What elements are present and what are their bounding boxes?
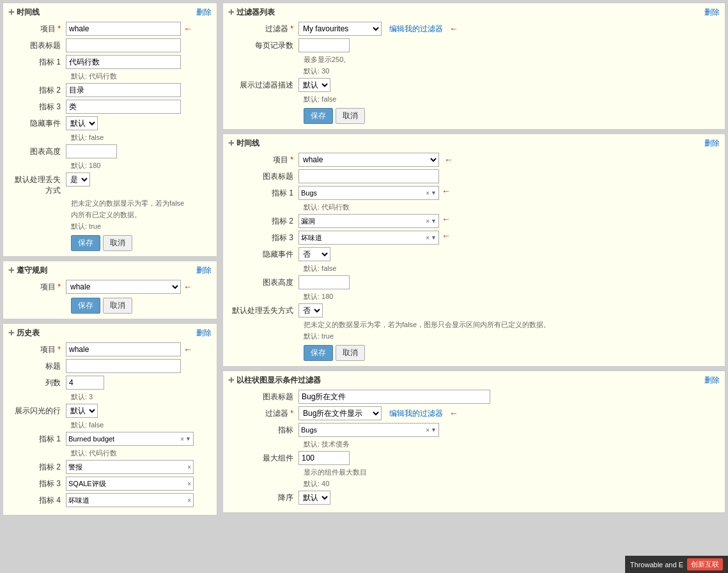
left-timeline-metric2-input[interactable] [66, 83, 181, 97]
right-filterlist-filter-select[interactable]: My favourites [298, 22, 382, 36]
right-filterlist-editfilter-link[interactable]: 编辑我的过滤器 [389, 24, 443, 34]
left-timeline-cancel-btn[interactable]: 取消 [103, 235, 132, 251]
right-timeline-hideevents-label: 隐藏事件 [228, 247, 298, 260]
left-history-columns-row: 列数 [8, 376, 212, 390]
left-timeline-metric2-label: 指标 2 [8, 83, 66, 96]
left-timeline-missing-select[interactable]: 是 否 [66, 172, 90, 187]
left-history-metric2-remove[interactable]: × [187, 464, 191, 471]
move-icon-history[interactable]: ✛ [8, 329, 14, 337]
move-icon[interactable]: ✛ [8, 8, 14, 17]
right-timeline-metric1-row: 指标 1 Bugs × ▼ ← [228, 186, 720, 200]
left-history-metric1-remove[interactable]: × [180, 436, 184, 443]
left-history-metric4-tag: 坏味道 [68, 496, 187, 505]
right-timeline-hideevents-select[interactable]: 否 默认 是 [298, 247, 330, 261]
left-history-delete[interactable]: 删除 [196, 328, 212, 339]
right-barchart-charttitle-input[interactable] [298, 390, 490, 404]
right-barchart-maxcomp-row: 最大组件 [228, 451, 720, 465]
right-filterlist-showdesc-select[interactable]: 默认 是 否 [298, 78, 330, 92]
right-timeline-charttitle-input[interactable] [298, 169, 439, 183]
left-compliance-project-select[interactable]: whale [66, 280, 181, 294]
right-filterlist-title: ✛ 过滤器列表 [228, 7, 275, 18]
right-barchart-filter-select[interactable]: Bug所在文件显示 [298, 406, 382, 420]
right-filterlist-buttons: 保存 取消 [304, 108, 720, 124]
left-compliance-save-btn[interactable]: 保存 [71, 298, 100, 314]
left-history-metric3-remove[interactable]: × [187, 480, 191, 487]
left-timeline-metric3-input[interactable] [66, 100, 181, 114]
right-barchart-metric-row: 指标 Bugs × ▼ [228, 423, 720, 437]
left-timeline-missing-label: 默认处理丢失方式 [8, 172, 66, 196]
left-timeline-metric1-hint: 默认: 代码行数 [71, 72, 212, 81]
left-timeline-missing-row: 默认处理丢失方式 是 否 [8, 172, 212, 196]
left-history-flash-hint: 默认: false [71, 420, 212, 430]
right-timeline-hideevents-hint: 默认: false [304, 264, 720, 273]
left-timeline-delete[interactable]: 删除 [196, 7, 212, 18]
left-history-title-row: 标题 [8, 359, 212, 373]
right-filterlist-delete[interactable]: 删除 [704, 7, 720, 18]
right-timeline-missing-select[interactable]: 否 是 [298, 303, 323, 317]
left-compliance-project-label: 项目 * [8, 280, 66, 293]
left-history-metric3-row: 指标 3 SQALE评级 × [8, 477, 212, 491]
left-history-metric4-remove[interactable]: × [187, 497, 191, 504]
left-timeline-hideevents-select[interactable]: 默认 是 否 [66, 116, 98, 130]
left-timeline-chartheight-input[interactable] [66, 144, 117, 158]
right-barchart-maxcomp-hint2: 默认: 40 [304, 479, 720, 489]
left-timeline-save-btn[interactable]: 保存 [71, 235, 100, 251]
right-filterlist-records-input[interactable] [298, 38, 350, 52]
left-history-metric1-arrow[interactable]: ▼ [185, 436, 191, 442]
right-timeline-metric1-remove[interactable]: × [426, 190, 430, 197]
left-timeline-charttitle-input[interactable] [66, 38, 181, 52]
left-history-flash-label: 展示闪光的行 [8, 404, 66, 416]
right-timeline-save-btn[interactable]: 保存 [304, 345, 333, 361]
left-timeline-metric1-input[interactable] [66, 55, 181, 69]
right-timeline-project-select[interactable]: whale [298, 153, 439, 167]
right-barchart-metric-remove[interactable]: × [426, 427, 430, 434]
move-icon-barchart[interactable]: ✛ [228, 376, 234, 385]
left-timeline-title: ✛ 时间线 [8, 7, 40, 18]
right-timeline-metric2-row: 指标 2 漏洞 × ▼ ← [228, 214, 720, 228]
right-barchart-metric-arrow[interactable]: ▼ [431, 427, 437, 433]
right-timeline-metric1-arrow[interactable]: ▼ [431, 190, 437, 196]
left-timeline-widget: ✛ 时间线 删除 项目 * ← 图表标题 指标 1 默认: 代码行数 [3, 3, 217, 257]
left-timeline-project-input[interactable] [66, 22, 181, 36]
left-history-project-input[interactable] [66, 342, 181, 356]
right-barchart-editfilter-link[interactable]: 编辑我的过滤器 [389, 408, 443, 419]
left-timeline-missing-hint3: 默认: true [71, 222, 212, 231]
left-history-title: ✛ 历史表 [8, 328, 40, 339]
right-timeline-metric2-remove[interactable]: × [426, 218, 430, 225]
left-history-columns-input[interactable] [66, 376, 104, 390]
right-barchart-delete[interactable]: 删除 [704, 375, 720, 386]
right-timeline-buttons: 保存 取消 [304, 345, 720, 361]
right-barchart-order-select[interactable]: 默认 是 否 [298, 491, 330, 505]
left-compliance-cancel-btn[interactable]: 取消 [103, 298, 132, 314]
right-timeline-metric3-arrow[interactable]: ▼ [431, 234, 437, 241]
left-history-title-input[interactable] [66, 359, 181, 373]
right-timeline-cancel-btn[interactable]: 取消 [336, 345, 365, 361]
right-filterlist-showdesc-hint: 默认: false [304, 95, 720, 104]
right-barchart-metric-tag: Bugs [301, 426, 426, 434]
left-timeline-metric3-row: 指标 3 [8, 100, 212, 114]
move-icon-compliance[interactable]: ✛ [8, 266, 14, 275]
left-history-metric2-tag: 警报 [68, 462, 187, 472]
left-history-flash-select[interactable]: 默认 是 否 [66, 404, 98, 418]
right-barchart-maxcomp-input[interactable] [298, 451, 350, 465]
right-timeline-metric3-remove[interactable]: × [426, 234, 430, 241]
left-compliance-project-row: 项目 * whale ← [8, 280, 212, 294]
right-filterlist-cancel-btn[interactable]: 取消 [336, 108, 365, 124]
right-barchart-filter-row: 过滤器 * Bug所在文件显示 编辑我的过滤器 ← [228, 406, 720, 420]
right-barchart-header: ✛ 以柱状图显示条件过滤器 删除 [228, 375, 720, 386]
left-timeline-metric1-row: 指标 1 [8, 55, 212, 69]
left-compliance-delete[interactable]: 删除 [196, 265, 212, 276]
move-icon-filterlist[interactable]: ✛ [228, 8, 234, 17]
right-filterlist-save-btn[interactable]: 保存 [304, 108, 333, 124]
left-history-metric3-label: 指标 3 [8, 477, 66, 489]
right-timeline-metric2-arrow[interactable]: ▼ [431, 218, 437, 224]
left-history-project-row: 项目 * ← [8, 342, 212, 356]
right-timeline-chartheight-input[interactable] [298, 275, 350, 289]
move-icon-right-timeline[interactable]: ✛ [228, 139, 234, 148]
left-timeline-header: ✛ 时间线 删除 [8, 7, 212, 18]
left-timeline-buttons: 保存 取消 [71, 235, 212, 251]
right-timeline-delete[interactable]: 删除 [704, 138, 720, 149]
left-timeline-hideevents-hint: 默认: false [71, 133, 212, 142]
right-filterlist-filter-label: 过滤器 * [228, 22, 298, 34]
left-timeline-missing-hint1: 把未定义的数据显示为零，若为false [71, 199, 212, 208]
